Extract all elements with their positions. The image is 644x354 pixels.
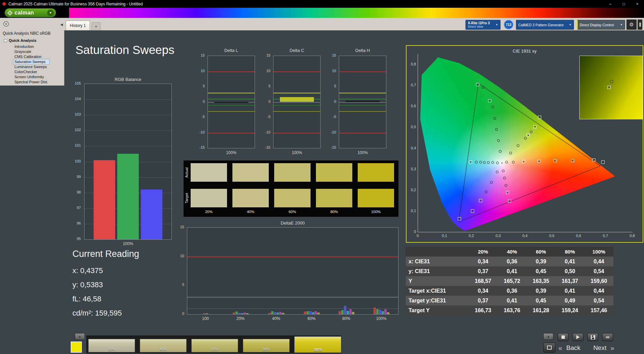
tree-expander-icon[interactable]: - [4,39,7,42]
sidebar-item-spectral-power-dist-[interactable]: Spectral Power Dist. [13,80,49,85]
y-tick-label: -15 [331,145,336,149]
pattern-patch-20%[interactable]: 20% [88,339,135,352]
limit-line [273,105,320,106]
target-point [479,199,482,202]
swatch-actual-40% [232,163,269,182]
pattern-patch-label: 20% [89,348,135,351]
close-button[interactable]: × [631,0,644,8]
table-cell: 0,54 [584,266,613,276]
table-column-header: 100% [584,247,613,257]
panel-toggle-button[interactable] [638,20,642,30]
back-chevron-icon[interactable]: « [558,344,562,352]
y-tick-label: 98 [77,190,81,194]
transport-expand-button[interactable]: ▲ [543,333,553,340]
table-column-header: 60% [526,247,555,257]
measured-point [524,137,527,140]
sidebar-collapse-button[interactable]: ◄ [58,21,65,28]
table-cell: 0,39 [526,257,555,266]
sidebar-item-introduction[interactable]: Introduction [13,44,49,49]
sidebar-item-saturation-sweeps[interactable]: Saturation Sweeps [13,59,49,64]
swatch-target-60% [274,188,311,208]
meter-dropdown[interactable]: X-Rite i1Pro 3 Direct View ▼ [465,20,501,30]
continuous-measure-button[interactable]: ∞ [602,333,613,341]
table-column-header: 40% [497,247,526,257]
limit-line [339,105,386,106]
deltae-bar [244,313,246,314]
table-cell: 0,36 [497,257,526,266]
y-tick-label: 5 [268,84,270,88]
up-arrow-icon: ▲ [547,335,550,338]
settings-button[interactable]: ⚙ [626,20,637,30]
rgb-balance-title: RGB Balance [84,77,172,82]
title-bar: Calman 2025 Calman Ultimate for Business… [0,0,644,8]
pattern-window-expand-button[interactable]: ▲ [75,333,85,340]
pattern-patch-100%[interactable]: 100% [294,336,341,353]
next-button[interactable]: Next [593,344,606,352]
pattern-patch-60%[interactable]: 60% [191,339,238,352]
y-tick-label: 5 [182,283,184,287]
target-point [458,217,461,220]
limit-line [273,133,320,134]
deltae-bar [339,311,341,314]
meter-name: X-Rite i1Pro 3 [468,21,490,25]
y-tick-label: -10 [199,130,205,134]
tab-history-1[interactable]: History 1 [66,21,90,30]
x-tick-label: 0,4 [522,234,527,238]
measured-point [475,161,478,164]
rgb-bar-green [117,154,139,239]
table-cell: 0,37 [469,266,497,276]
y-tick-label: 0 [268,99,270,104]
measured-point [496,161,499,164]
save-button[interactable] [587,333,598,341]
minimize-button[interactable]: – [604,0,617,8]
y-tick-label: 0 [203,99,205,104]
deltae-bar [374,307,376,314]
calman-logo-text: calman [14,10,34,16]
table-cell: 159,60 [584,276,613,286]
measured-point [497,139,500,142]
chevron-down-icon[interactable]: ▼ [47,9,54,16]
window-title: Calman 2025 Calman Ultimate for Business… [8,2,143,6]
pattern-patch-80%[interactable]: 80% [243,339,290,352]
table-cell: 0,41 [555,286,584,296]
y-tick-label: 10 [180,254,184,258]
cie-1931-panel: CIE 1931 xy 00,10,20,30,40,50,60,70,8 00… [406,45,643,243]
target-point [553,159,557,163]
back-button[interactable]: Back [566,344,580,352]
tree-root-node[interactable]: - Quick Analysis [4,38,36,42]
sidebar-item-luminance-sweeps[interactable]: Luminance Sweeps [13,64,49,69]
y-tick-label: -10 [331,130,336,134]
maximize-button[interactable]: □ [617,0,631,8]
pattern-patch-40%[interactable]: 40% [140,339,187,352]
panel-pin-button[interactable] [3,21,9,27]
deltae-bar [277,313,279,314]
limit-line [339,111,386,112]
display-control-dropdown[interactable]: Direct Display Control ▼ [577,20,625,30]
stop-button[interactable] [558,333,569,341]
active-pattern-swatch[interactable] [71,342,82,353]
deltae-bar [347,311,349,314]
delta-h-y-axis: 151050-5-10-15 [324,56,337,148]
current-reading-fl: fL: 46,58 [72,295,101,303]
meter-badge[interactable]: 713 [504,20,513,29]
x-tick-label: 0,7 [603,234,608,238]
delta-l-title: Delta L [207,48,255,53]
add-tab-button[interactable]: + [92,22,100,30]
sidebar-item-cms-calibration[interactable]: CMS Calibration [13,54,49,59]
next-chevron-icon[interactable]: » [610,344,614,352]
y-tick-label: 15 [180,225,184,229]
sidebar-item-grayscale[interactable]: Grayscale [13,49,49,54]
sidebar-item-colorchecker[interactable]: ColorChecker [13,69,49,75]
deltae-bar [352,312,354,314]
calman-menu-button[interactable]: calman ▼ [5,8,56,17]
limit-line [273,93,320,93]
deltae-bar [268,313,271,314]
current-reading-cdm2: cd/m²: 159,595 [72,309,122,318]
deltae-bar [384,309,387,314]
play-button[interactable] [573,333,583,341]
sidebar-item-screen-uniformity[interactable]: Screen Uniformity [13,75,49,80]
stop-measurement-button[interactable] [543,343,555,353]
pattern-generator-dropdown[interactable]: CalMED 3 Pattern Generator ▼ [516,20,574,30]
table-cell: 0,41 [555,257,584,266]
deltae-bar [315,311,317,314]
